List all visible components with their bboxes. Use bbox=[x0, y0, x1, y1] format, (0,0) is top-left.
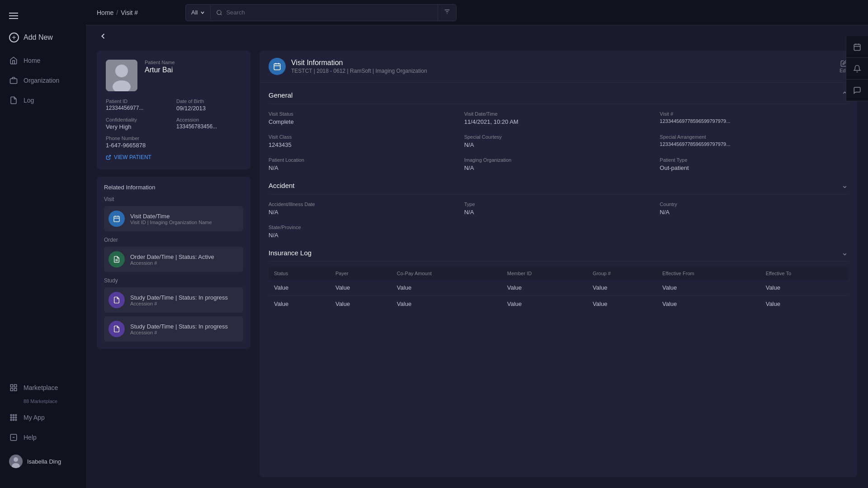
visit-info-title-area: Visit Information TESTCT | 2018 - 0612 |… bbox=[269, 58, 427, 75]
study-related-item-0[interactable]: Study Date/Time | Status: In progress Ac… bbox=[104, 287, 243, 313]
patient-name-label: Patient Name bbox=[145, 60, 241, 65]
user-name: Isabella Ding bbox=[27, 458, 61, 465]
row0-memberid: Value bbox=[502, 280, 587, 296]
view-patient-link[interactable]: VIEW PATIENT bbox=[106, 154, 241, 160]
patient-location-value: N/A bbox=[269, 164, 457, 171]
study-related-item-1[interactable]: Study Date/Time | Status: In progress Ac… bbox=[104, 316, 243, 342]
special-arrangement-label: Special Arrangement bbox=[660, 134, 848, 140]
breadcrumb: Home / Visit # bbox=[97, 9, 178, 16]
myapp-icon bbox=[9, 413, 18, 422]
hamburger-button[interactable] bbox=[0, 7, 86, 28]
svg-rect-38 bbox=[854, 44, 860, 51]
svg-rect-34 bbox=[274, 64, 280, 70]
related-information: Related Information Visit Visit Date/Tim… bbox=[97, 177, 250, 349]
patient-dob-label: Date of Birth bbox=[176, 99, 241, 104]
patient-accession-value: 133456783456... bbox=[176, 123, 241, 130]
patient-id-value: 12334456977... bbox=[106, 105, 171, 111]
breadcrumb-current: Visit # bbox=[121, 9, 138, 16]
order-related-item[interactable]: Order Date/Time | Status: Active Accessi… bbox=[104, 247, 243, 272]
row1-group: Value bbox=[587, 296, 657, 312]
right-panel: Visit Information TESTCT | 2018 - 0612 |… bbox=[259, 47, 857, 477]
study-icon-1 bbox=[108, 321, 125, 337]
calendar-icon bbox=[853, 43, 861, 51]
insurance-table-body: Value Value Value Value Value Value Valu… bbox=[269, 280, 848, 312]
row1-payer: Value bbox=[330, 296, 392, 312]
svg-point-12 bbox=[13, 419, 14, 421]
svg-point-25 bbox=[115, 65, 128, 77]
insurance-section-toggle[interactable]: ⌄ bbox=[841, 248, 848, 258]
patient-dob-value: 09/12/2013 bbox=[176, 105, 241, 112]
marketplace-icon bbox=[9, 383, 18, 392]
sidebar-item-help-label: Help bbox=[24, 434, 37, 441]
study-section-title: Study bbox=[104, 277, 243, 284]
notification-icon-btn[interactable] bbox=[846, 58, 868, 80]
breadcrumb-home[interactable]: Home bbox=[97, 9, 113, 16]
back-button[interactable] bbox=[97, 30, 109, 42]
sidebar-item-marketplace[interactable]: Marketplace bbox=[0, 378, 86, 398]
search-filter-dropdown[interactable]: All bbox=[186, 5, 211, 19]
visit-status-value: Complete bbox=[269, 118, 457, 125]
breadcrumb-separator: / bbox=[116, 9, 118, 16]
add-new-button[interactable]: + Add New bbox=[0, 28, 86, 47]
accident-type-value: N/A bbox=[464, 209, 653, 216]
visit-related-item[interactable]: Visit Date/Time Visit ID | Imaging Organ… bbox=[104, 206, 243, 231]
visit-number-value: 123344569778596599797979... bbox=[660, 118, 848, 124]
order-item-info: Order Date/Time | Status: Active Accessi… bbox=[130, 253, 214, 266]
visit-number-label: Visit # bbox=[660, 111, 848, 117]
patient-accession-field: Accession 133456783456... bbox=[176, 117, 241, 130]
visit-class-label: Visit Class bbox=[269, 134, 457, 140]
patient-confidentiality-value: Very High bbox=[106, 123, 171, 130]
svg-point-8 bbox=[10, 417, 12, 418]
sidebar-bottom: Marketplace 88 Marketplace My App Help bbox=[0, 378, 86, 481]
patient-card: Patient Name Artur Bai Patient ID 123344… bbox=[97, 51, 250, 169]
general-fields-grid: Visit Status Complete Visit Date/Time 11… bbox=[269, 111, 848, 171]
sidebar-item-organization[interactable]: Organization bbox=[0, 70, 86, 90]
chat-icon-btn[interactable] bbox=[846, 80, 868, 101]
user-profile[interactable]: Isabella Ding bbox=[0, 449, 86, 474]
col-effective-from: Effective From bbox=[657, 267, 760, 280]
field-patient-location: Patient Location N/A bbox=[269, 157, 457, 171]
visit-section-title: Visit bbox=[104, 196, 243, 202]
study-item-info-0: Study Date/Time | Status: In progress Ac… bbox=[130, 294, 228, 306]
search-options-button[interactable] bbox=[438, 5, 456, 21]
insurance-table-header: Status Payer Co-Pay Amount Member ID Gro… bbox=[269, 267, 848, 280]
row1-copay: Value bbox=[392, 296, 502, 312]
help-icon bbox=[9, 433, 18, 442]
field-special-courtesy: Special Courtesy N/A bbox=[464, 134, 653, 148]
sidebar-item-home[interactable]: Home bbox=[0, 51, 86, 70]
search-input[interactable] bbox=[226, 9, 432, 16]
log-icon bbox=[9, 96, 18, 105]
special-courtesy-value: N/A bbox=[464, 141, 653, 148]
visit-title-block: Visit Information TESTCT | 2018 - 0612 |… bbox=[291, 59, 427, 74]
filter-icon bbox=[443, 8, 451, 15]
order-item-title: Order Date/Time | Status: Active bbox=[130, 253, 214, 260]
bell-icon bbox=[853, 65, 861, 73]
accident-section: Accident ⌄ Accident/Illness Date N/A Typ… bbox=[269, 180, 848, 239]
patient-phone-label: Phone Number bbox=[106, 136, 241, 141]
order-section-title: Order bbox=[104, 237, 243, 243]
sidebar-item-help[interactable]: Help bbox=[0, 427, 86, 447]
svg-point-6 bbox=[13, 414, 14, 416]
patient-dob-field: Date of Birth 09/12/2013 bbox=[176, 99, 241, 112]
field-visit-status: Visit Status Complete bbox=[269, 111, 457, 125]
accident-country-label: Country bbox=[660, 202, 848, 207]
row0-copay: Value bbox=[392, 280, 502, 296]
accident-section-toggle[interactable]: ⌄ bbox=[841, 180, 848, 190]
svg-line-27 bbox=[108, 155, 111, 158]
sidebar-item-log-label: Log bbox=[24, 97, 34, 104]
calendar-icon-btn[interactable] bbox=[846, 36, 868, 58]
visit-item-info: Visit Date/Time Visit ID | Imaging Organ… bbox=[130, 213, 212, 225]
row1-status: Value bbox=[269, 296, 330, 312]
visit-icon bbox=[108, 211, 125, 227]
sidebar-item-log[interactable]: Log bbox=[0, 90, 86, 110]
view-patient-label: VIEW PATIENT bbox=[114, 154, 151, 160]
field-accident-date: Accident/Illness Date N/A bbox=[269, 202, 457, 216]
svg-rect-2 bbox=[14, 385, 17, 387]
study-icon-0 bbox=[108, 292, 125, 308]
svg-point-11 bbox=[10, 419, 12, 421]
svg-rect-0 bbox=[10, 79, 17, 84]
insurance-section-title: Insurance Log bbox=[269, 249, 311, 257]
visit-status-label: Visit Status bbox=[269, 111, 457, 117]
sidebar-item-myapp[interactable]: My App bbox=[0, 408, 86, 427]
table-row: Value Value Value Value Value Value Valu… bbox=[269, 280, 848, 296]
